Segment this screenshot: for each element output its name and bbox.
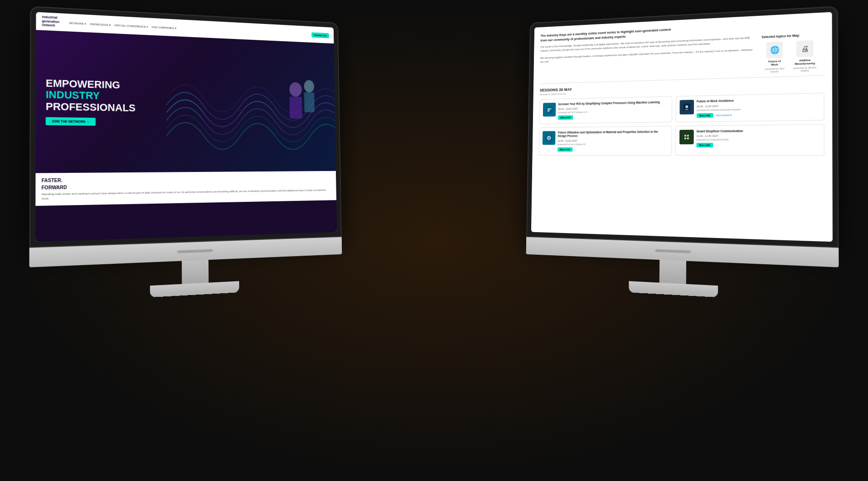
svg-rect-15 xyxy=(684,135,686,137)
nav-link-companies[interactable]: FOR COMPANIES ▾ xyxy=(151,25,176,29)
svg-point-0 xyxy=(289,82,302,97)
nav-link-network[interactable]: NETWORK ▾ xyxy=(69,21,86,25)
stand-neck-left xyxy=(182,260,208,284)
selected-topics-panel: Selected topics for May: 🌐 Future ofWork… xyxy=(762,33,825,73)
svg-rect-1 xyxy=(289,96,302,119)
session-presenter-4: presented by Peakboard GmbH xyxy=(696,138,820,141)
session-time-4: 11:00 - 11:45 CEST xyxy=(697,134,820,138)
future-work-name: Future ofWork xyxy=(762,59,788,67)
more-info-btn-2[interactable]: More Info xyxy=(697,113,713,118)
more-info-btn-3[interactable]: More Info xyxy=(557,147,572,152)
hero-title: EMPOWERING INDUSTRY PROFESSIONALS xyxy=(46,78,136,114)
topic-card-future-work: 🌐 Future ofWork presented by Next Indust… xyxy=(762,41,788,73)
nav-link-conference[interactable]: VIRTUAL CONFERENCE ▾ xyxy=(114,23,148,28)
hero-cta-btn[interactable]: JOIN THE NETWORK → xyxy=(46,117,96,126)
session-info-2: Future of Work #resilience 09:30 - 11:30… xyxy=(697,97,820,118)
session-title-4: Smart Shopfloor Communication xyxy=(697,129,820,133)
hero-section: EMPOWERING INDUSTRY PROFESSIONALS JOIN T… xyxy=(36,30,336,173)
monitor-left: industrial generation network NETWORK ▾ … xyxy=(29,6,343,304)
contact-btn[interactable]: Contact Us xyxy=(311,32,329,38)
left-screen: industrial generation network NETWORK ▾ … xyxy=(35,12,337,242)
topic-cards: 🌐 Future ofWork presented by Next Indust… xyxy=(762,40,825,74)
session-card-2: Future of Work #resilience 09:30 - 11:30… xyxy=(675,93,824,122)
session-info-3: Future Utilization and Optimization of M… xyxy=(557,130,668,152)
svg-rect-17 xyxy=(684,138,686,139)
hero-bottom: FASTER. FORWARD Attending trade shows an… xyxy=(36,171,336,206)
imac-screen-right: The Industry Days are a monthly online e… xyxy=(531,12,833,242)
session-info-4: Smart Shopfloor Communication 11:00 - 11… xyxy=(696,129,820,152)
stand-base-right xyxy=(629,281,718,297)
additive-icon: 🖨 xyxy=(797,40,814,57)
additive-presenter: presented by Mission Additive xyxy=(792,66,818,72)
svg-rect-14 xyxy=(683,133,690,141)
logo: industrial generation network xyxy=(42,15,60,28)
session-thumb-3 xyxy=(542,131,556,145)
svg-point-2 xyxy=(304,80,314,93)
svg-rect-4 xyxy=(546,106,552,113)
svg-rect-3 xyxy=(304,92,315,112)
additive-name: AdditiveManufacturing xyxy=(792,58,818,66)
imac-frame-left: industrial generation network NETWORK ▾ … xyxy=(29,6,342,248)
session-thumb-1 xyxy=(543,103,556,117)
session-card-3: Future Utilization and Optimization of M… xyxy=(539,126,672,156)
session-card-1: Increase Your ROI by Simplifying Complex… xyxy=(539,96,672,124)
right-main-col: The world is full of knowledge, thought … xyxy=(540,36,756,80)
nav-link-knowledge[interactable]: KNOWLEDGE ▾ xyxy=(90,22,111,26)
imac-frame-right: The Industry Days are a monthly online e… xyxy=(526,6,839,248)
session-time-3: 10:00 - 10:30 CEST xyxy=(558,139,668,142)
right-screen: The Industry Days are a monthly online e… xyxy=(531,12,833,242)
imac-screen-left: industrial generation network NETWORK ▾ … xyxy=(35,12,337,242)
more-info-btn-1[interactable]: More Info xyxy=(558,115,573,120)
more-info-btn-4[interactable]: More Info xyxy=(696,143,713,148)
view-details-link-2[interactable]: View Details ▾ xyxy=(716,114,731,117)
session-thumb-2 xyxy=(679,100,694,115)
monitor-right: The Industry Days are a monthly online e… xyxy=(525,6,839,304)
session-card-4: Smart Shopfloor Communication 11:00 - 11… xyxy=(675,124,825,156)
hero-body: Attending trade shows and meeting in per… xyxy=(42,188,332,201)
topics-title: Selected topics for May: xyxy=(762,33,824,38)
session-presenter-3: presented by Key to Metals AG xyxy=(558,143,668,146)
session-info-1: Increase Your ROI by Simplifying Complex… xyxy=(558,100,668,119)
stand-neck-right xyxy=(660,260,686,284)
future-work-icon: 🌐 xyxy=(766,42,783,58)
scene: industrial generation network NETWORK ▾ … xyxy=(0,0,868,481)
session-thumb-4 xyxy=(679,130,694,144)
wave-bg xyxy=(166,49,336,173)
session-cards-grid: Increase Your ROI by Simplifying Complex… xyxy=(539,93,825,155)
nav-links: NETWORK ▾ KNOWLEDGE ▾ VIRTUAL CONFERENCE… xyxy=(69,21,176,29)
hero-text: EMPOWERING INDUSTRY PROFESSIONALS JOIN T… xyxy=(46,78,136,126)
stand-base-left xyxy=(150,281,239,297)
session-title-3: Future Utilization and Optimization of M… xyxy=(558,130,668,138)
future-work-presenter: presented by Next Industry xyxy=(762,67,788,73)
svg-rect-18 xyxy=(687,138,689,139)
topic-card-additive: 🖨 AdditiveManufacturing presented by Mis… xyxy=(792,40,818,72)
svg-rect-16 xyxy=(687,135,689,137)
